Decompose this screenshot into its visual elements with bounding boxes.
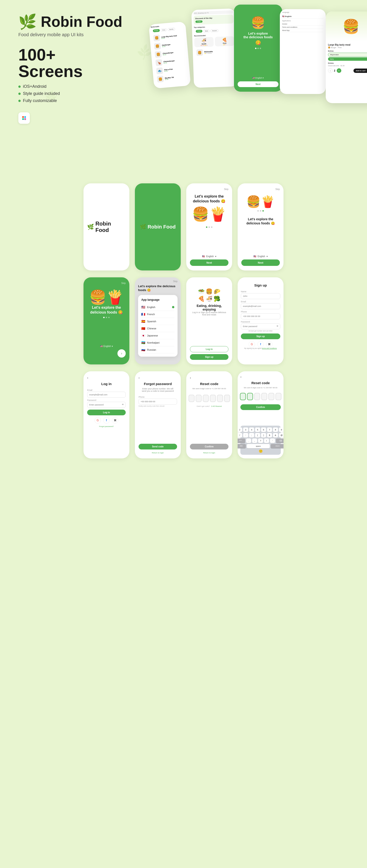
email-input[interactable] [241,303,280,309]
login-btn[interactable]: Log in [190,346,228,352]
login-eye-icon[interactable]: 👁 [122,403,124,406]
next-btn-1[interactable]: Next [190,259,228,266]
food-emoji-4: 🍕 [198,296,205,302]
lang-english[interactable]: 🇺🇸 English [141,304,174,311]
lang-azerbaijani[interactable]: 🇦🇿 Azerbaijani [141,339,174,346]
login-pass-input[interactable] [87,402,126,408]
login-back-icon[interactable]: ‹ [87,376,88,379]
kb-colon[interactable]: : [243,433,248,438]
eat-card: 🥗 🍔 🌮 🍕 🍜 🥦 Eating, drinking, enjoying L… [186,277,232,365]
kb-semi[interactable]: ; [249,433,254,438]
kb-paren[interactable]: ( [255,433,260,438]
lang-french[interactable]: 🇫🇷 French [141,311,174,318]
kb-paren2[interactable]: ) [261,433,266,438]
kb-space[interactable]: space [247,444,270,448]
pass-input[interactable] [241,323,280,329]
eat-subtitle: Log in or Sign up to explore delicious f… [190,311,228,316]
flag-az: 🇦🇿 [141,341,145,344]
skip-label-4[interactable]: Skip [138,280,177,283]
reset-box-5[interactable] [217,395,223,402]
kb-comma[interactable]: , [252,438,257,443]
kb-at[interactable]: @ [279,433,283,438]
name-label: Name [241,290,246,293]
next-btn-2[interactable]: Next [241,259,280,266]
kb-3[interactable]: 3 [243,428,248,432]
onboard1-lang[interactable]: 🇺🇸 English ▾ [202,255,216,258]
forgot-back-icon[interactable]: ‹ [139,376,140,379]
phone-input[interactable] [241,313,280,319]
kb-5[interactable]: 5 [255,428,260,432]
lang-chinese[interactable]: 🇨🇳 Chinese [141,325,174,332]
send-code-btn[interactable]: Send code [139,444,177,450]
next-arrow-btn[interactable]: › [117,349,126,358]
kb-6[interactable]: 6 [261,428,266,432]
reset1-sub: We sent 6-digit code to +1 234 567 89 00 [193,388,226,390]
reset-box-6[interactable] [224,395,230,402]
kb-slash[interactable]: / [237,433,242,438]
kb-delete-key[interactable]: ⌫ [276,438,283,443]
kb-amp[interactable]: & [273,433,278,438]
login-facebook-btn[interactable]: f [103,417,110,424]
apple-btn[interactable]: ⌘ [266,341,273,347]
splash-white-logo: 🌿 Robin Food [87,220,126,233]
pass-eye-icon[interactable]: 👁 [276,325,279,327]
skip-label-1[interactable]: Skip [224,188,228,190]
login-social-row: G f ⌘ [94,417,118,424]
reset2-box-3[interactable] [254,393,260,400]
terms-link[interactable]: terms and conditions [262,347,277,349]
google-btn[interactable]: G [249,341,255,347]
kb-4[interactable]: 4 [249,428,254,432]
hero-phone-5: 🍔 Large Big tasty meal 🍔 Burger Free Ext… [326,11,367,103]
login-google-btn[interactable]: G [94,417,101,424]
lang-russian[interactable]: 🇷🇺 Russian [141,346,174,353]
kb-8[interactable]: 8 [273,428,278,432]
signup-submit-btn[interactable]: Sign up [241,334,280,339]
kb-2[interactable]: 2 [237,428,242,432]
forgot-phone-input[interactable] [139,399,177,405]
kb-exclaim[interactable]: ! [264,438,269,443]
screens-row-1: 🌿 Robin Food 🌿 Robin Food Skip [14,183,353,271]
reset2-box-2[interactable] [247,393,253,400]
figma-icon [18,112,30,124]
kb-return-btn[interactable]: return [271,444,283,448]
login-submit-btn[interactable]: Log in [87,410,126,415]
reset2-box-1[interactable] [240,393,246,400]
onboard-green-lang[interactable]: 🇺🇸 English ▾ [100,345,113,347]
resend-timer[interactable]: 0:45 Resend [211,405,222,407]
kb-9[interactable]: 9 [279,428,283,432]
kb-abc-btn[interactable]: ABC [237,444,246,448]
reset-box-3[interactable] [203,395,209,402]
confirm-btn-1[interactable]: Confirm [190,444,228,450]
skip-label-2[interactable]: Skip [276,188,280,190]
facebook-btn[interactable]: f [257,341,264,347]
login-apple-btn[interactable]: ⌘ [112,417,118,424]
signup-btn[interactable]: Sign up [190,354,228,360]
name-input[interactable] [241,293,280,299]
lang-spanish[interactable]: 🇪🇸 Spanish [141,318,174,325]
skip-label-3[interactable]: Skip [121,282,126,284]
kb-symbols-btn[interactable]: #+= [237,438,245,443]
lang-japanese[interactable]: 🇯🇵 Japanese [141,332,174,339]
kb-tick[interactable]: ' [270,438,275,443]
reset2-box-6[interactable] [276,393,281,400]
reset1-back-icon[interactable]: ‹ [190,376,191,379]
kb-dot[interactable]: . [246,438,251,443]
forgot-back-to-login[interactable]: Return to login [152,452,164,454]
reset2-box-4[interactable] [261,393,267,400]
pass-label: Password [241,321,250,323]
login-email-input[interactable] [87,392,126,398]
forgot-pass-link[interactable]: Forgot password? [99,425,114,428]
reset-box-1[interactable] [189,395,195,402]
reset1-back[interactable]: Return to login [203,452,215,454]
kb-dollar[interactable]: $ [267,433,272,438]
reset-box-2[interactable] [196,395,202,402]
kb-question[interactable]: ? [258,438,263,443]
kb-7[interactable]: 7 [267,428,272,432]
confirm-btn-2[interactable]: Confirm [241,404,281,410]
reset2-back-icon[interactable]: ‹ [241,375,242,379]
eat-title: Eating, drinking, enjoying [190,304,228,311]
reset-box-4[interactable] [210,395,216,402]
reset2-box-5[interactable] [269,393,274,400]
radio-english[interactable] [172,306,174,308]
onboard2-lang[interactable]: 🇺🇸 English ▾ [253,255,268,258]
